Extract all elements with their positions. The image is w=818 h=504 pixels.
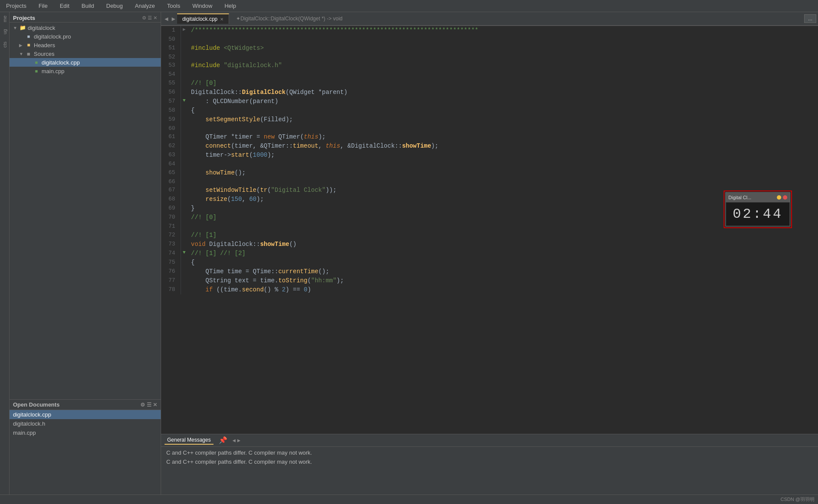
line-code: #include "digitalclock.h"	[188, 61, 818, 70]
fold-button[interactable]: ▼	[181, 249, 188, 258]
line-code	[188, 124, 818, 133]
table-row: 67 setWindowTitle(tr("Digital Clock"));	[161, 186, 818, 195]
line-code: setSegmentStyle(Filled);	[188, 115, 818, 124]
folder-icon-headers: ■	[25, 42, 32, 48]
tree-label-headers: Headers	[34, 42, 55, 48]
line-number: 57	[161, 97, 181, 106]
open-documents-panel: Open Documents ⚙ ☰ ✕ digitalclock.cpp di…	[10, 399, 161, 494]
code-content[interactable]: 1 ▶ /***********************************…	[161, 26, 818, 434]
fold-button	[181, 44, 188, 53]
tree-label-digitalclock-cpp: digitalclock.cpp	[42, 59, 80, 66]
menu-analyze[interactable]: Analyze	[133, 2, 158, 10]
tab-close-icon[interactable]: ✕	[220, 17, 223, 22]
table-row: 74 ▼ //! [1] //! [2]	[161, 249, 818, 258]
table-row: 72 //! [1]	[161, 231, 818, 240]
breadcrumb: ✦ DigitalClock::DigitalClock(QWidget *) …	[229, 16, 804, 22]
fold-button	[181, 222, 188, 231]
menu-projects[interactable]: Projects	[3, 2, 29, 10]
code-table: 1 ▶ /***********************************…	[161, 26, 818, 294]
fold-button	[181, 160, 188, 168]
left-tab-me[interactable]: me	[1, 12, 8, 26]
bottom-panel-content: C and C++ compiler paths differ. C compi…	[161, 447, 818, 494]
line-number: 76	[161, 267, 181, 276]
tree-item-sources[interactable]: ▼ ■ Sources	[10, 49, 161, 58]
table-row: 57 ▼ : QLCDNumber(parent)	[161, 97, 818, 106]
line-number: 55	[161, 79, 181, 88]
line-number: 62	[161, 142, 181, 151]
left-tab-cts[interactable]: cts	[1, 38, 8, 51]
fold-button	[181, 231, 188, 240]
menu-window[interactable]: Window	[190, 2, 215, 10]
line-code	[188, 70, 818, 79]
open-doc-digitalclock-cpp[interactable]: digitalclock.cpp	[10, 410, 161, 419]
line-number: 1	[161, 26, 181, 35]
line-number: 68	[161, 195, 181, 204]
fold-button	[181, 213, 188, 222]
line-number: 60	[161, 124, 181, 133]
fold-button	[181, 142, 188, 151]
fold-button	[181, 70, 188, 79]
tab-nav-right[interactable]: ▶	[170, 15, 177, 23]
line-code: /***************************************…	[188, 26, 818, 35]
bottom-nav-fwd[interactable]: ▶	[237, 437, 240, 444]
open-doc-main-cpp[interactable]: main.cpp	[10, 428, 161, 437]
bottom-panel: General Messages 📌 ◀ ▶ C and C++ compile…	[161, 434, 818, 494]
message-line-1: C and C++ compiler paths differ. C compi…	[166, 449, 813, 458]
fold-button	[181, 151, 188, 160]
line-number: 56	[161, 88, 181, 97]
menu-tools[interactable]: Tools	[165, 2, 183, 10]
left-tab-ug[interactable]: ug	[1, 26, 8, 38]
fold-button	[181, 186, 188, 195]
tree-item-headers[interactable]: ▶ ■ Headers	[10, 41, 161, 49]
tab-ellipsis-button[interactable]: ...	[804, 14, 816, 23]
table-row: 58 {	[161, 106, 818, 115]
menu-help[interactable]: Help	[222, 2, 239, 10]
fold-button	[181, 267, 188, 276]
table-row: 65 showTime();	[161, 168, 818, 178]
tab-label: digitalclock.cpp	[182, 16, 217, 22]
tab-nav-left[interactable]: ◀	[163, 15, 170, 23]
fold-button	[181, 124, 188, 133]
table-row: 53 #include "digitalclock.h"	[161, 61, 818, 70]
menu-edit[interactable]: Edit	[57, 2, 72, 10]
bottom-panel-tab-general[interactable]: General Messages	[165, 436, 213, 445]
line-code: showTime();	[188, 168, 818, 178]
open-doc-digitalclock-h[interactable]: digitalclock.h	[10, 419, 161, 428]
bottom-nav-pin[interactable]: 📌	[219, 436, 227, 445]
line-number: 63	[161, 151, 181, 160]
menu-build[interactable]: Build	[79, 2, 97, 10]
status-label: CSDN @羽羽明	[781, 496, 815, 503]
table-row: 71	[161, 222, 818, 231]
tree-item-digitalclock-cpp[interactable]: ■ digitalclock.cpp	[10, 58, 161, 67]
main-layout: me ug cts Projects ⚙ ☰ ✕ ▼ 📁 digitalcloc…	[0, 12, 818, 494]
open-docs-list: digitalclock.cpp digitalclock.h main.cpp	[10, 410, 161, 494]
menu-file[interactable]: File	[36, 2, 50, 10]
open-docs-header: Open Documents ⚙ ☰ ✕	[10, 400, 161, 410]
clock-minimize-btn[interactable]	[777, 195, 781, 200]
tree-item-main-cpp[interactable]: ■ main.cpp	[10, 67, 161, 75]
sidebar: Projects ⚙ ☰ ✕ ▼ 📁 digitalclock ■ digita…	[10, 12, 161, 494]
table-row: 75 {	[161, 258, 818, 267]
line-number: 64	[161, 160, 181, 168]
line-number: 51	[161, 44, 181, 53]
clock-close-btn[interactable]	[783, 195, 787, 200]
arrow-icon: ▼	[13, 26, 19, 30]
menu-debug[interactable]: Debug	[103, 2, 125, 10]
fold-button[interactable]: ▶	[181, 26, 188, 35]
bottom-nav-back[interactable]: ◀	[233, 437, 236, 444]
tree-label-main-cpp: main.cpp	[42, 68, 65, 74]
fold-button[interactable]: ▼	[181, 97, 188, 106]
tree-item-digitalclock[interactable]: ▼ 📁 digitalclock	[10, 23, 161, 32]
editor-tab-digitalclock-cpp[interactable]: digitalclock.cpp ✕	[177, 13, 229, 24]
bottom-panel-header: General Messages 📌 ◀ ▶	[161, 434, 818, 447]
tree-item-pro[interactable]: ■ digitalclock.pro	[10, 32, 161, 41]
bottom-panel-nav: 📌	[219, 436, 227, 445]
table-row: 66	[161, 178, 818, 186]
tree-label-pro: digitalclock.pro	[34, 33, 71, 40]
line-code: //! [0]	[188, 79, 818, 88]
line-number: 50	[161, 35, 181, 44]
line-number: 73	[161, 240, 181, 249]
line-number: 77	[161, 276, 181, 285]
editor-area: ◀ ▶ digitalclock.cpp ✕ ✦ DigitalClock::D…	[161, 12, 818, 494]
clock-display: 02:44	[726, 202, 790, 226]
